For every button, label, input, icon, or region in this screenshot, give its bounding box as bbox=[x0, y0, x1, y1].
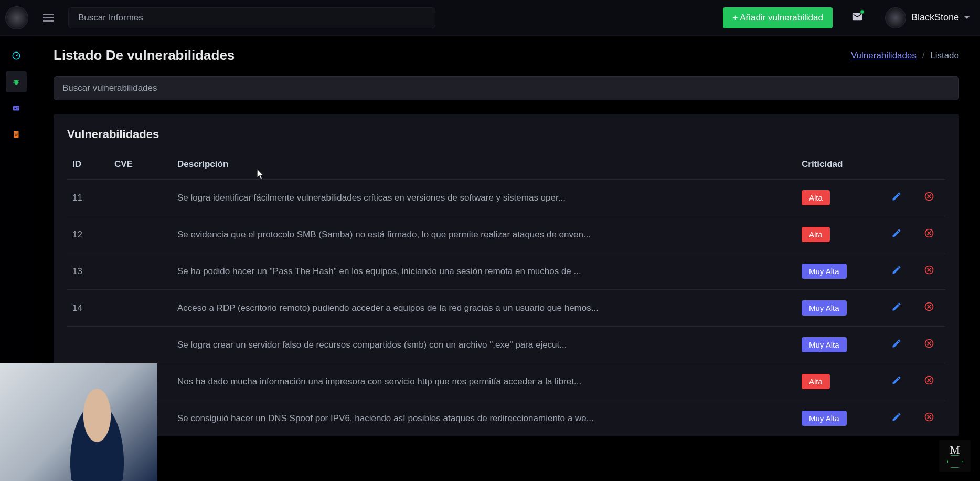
pencil-icon bbox=[891, 228, 902, 238]
delete-button[interactable] bbox=[924, 191, 934, 202]
topbar: + Añadir vulnerabilidad BlackStone bbox=[0, 0, 980, 36]
notification-dot bbox=[860, 9, 865, 14]
delete-button[interactable] bbox=[924, 338, 934, 349]
svg-rect-9 bbox=[17, 109, 19, 109]
edit-button[interactable] bbox=[891, 228, 902, 238]
pencil-icon bbox=[891, 265, 902, 275]
chevron-down-icon bbox=[964, 16, 970, 19]
svg-point-7 bbox=[14, 108, 16, 109]
cell-description: Nos ha dado mucha información una impres… bbox=[172, 363, 796, 400]
avatar bbox=[885, 7, 906, 28]
col-header-cve: CVE bbox=[109, 152, 172, 180]
criticality-badge: Alta bbox=[802, 190, 830, 205]
cell-description: Se ha podido hacer un "Pass The Hash" en… bbox=[172, 253, 796, 290]
table-row: 14Acceso a RDP (escritorio remoto) pudie… bbox=[67, 290, 945, 327]
app-logo bbox=[5, 6, 28, 29]
edit-button[interactable] bbox=[891, 375, 902, 385]
sidebar-item-dashboard[interactable] bbox=[6, 45, 27, 66]
delete-button[interactable] bbox=[924, 301, 934, 312]
cell-criticality: Muy Alta bbox=[796, 400, 880, 437]
breadcrumb-link-vulnerabilities[interactable]: Vulnerabilidades bbox=[851, 50, 917, 60]
criticality-badge: Muy Alta bbox=[802, 411, 847, 426]
criticality-badge: Alta bbox=[802, 374, 830, 389]
delete-button[interactable] bbox=[924, 375, 934, 385]
bug-icon bbox=[12, 77, 21, 87]
vulnerabilities-card: Vulnerabilidades ID CVE Descripción Crit… bbox=[54, 114, 959, 436]
criticality-badge: Alta bbox=[802, 227, 830, 242]
delete-button[interactable] bbox=[924, 412, 934, 422]
criticality-badge: Muy Alta bbox=[802, 264, 847, 279]
id-card-icon bbox=[12, 103, 21, 113]
pencil-icon bbox=[891, 301, 902, 312]
svg-point-1 bbox=[14, 80, 18, 85]
watermark-logo: M bbox=[939, 440, 971, 472]
sidebar-item-reports[interactable] bbox=[6, 98, 27, 119]
cell-criticality: Alta bbox=[796, 180, 880, 216]
svg-rect-8 bbox=[17, 108, 19, 108]
cell-id: 12 bbox=[67, 216, 109, 253]
sidebar-item-documents[interactable] bbox=[6, 124, 27, 145]
svg-line-4 bbox=[14, 80, 15, 81]
delete-button[interactable] bbox=[924, 265, 934, 275]
edit-button[interactable] bbox=[891, 191, 902, 202]
menu-toggle-button[interactable] bbox=[43, 14, 54, 22]
document-icon bbox=[12, 130, 21, 139]
filter-input[interactable] bbox=[54, 76, 959, 100]
cell-criticality: Muy Alta bbox=[796, 290, 880, 327]
table-row: 13Se ha podido hacer un "Pass The Hash" … bbox=[67, 253, 945, 290]
user-menu[interactable]: BlackStone bbox=[885, 7, 970, 28]
notifications-button[interactable] bbox=[851, 11, 863, 25]
close-circle-icon bbox=[924, 301, 934, 312]
close-circle-icon bbox=[924, 191, 934, 202]
cell-description: Acceso a RDP (escritorio remoto) pudiend… bbox=[172, 290, 796, 327]
page-title: Listado De vulnerabilidades bbox=[54, 47, 235, 64]
close-circle-icon bbox=[924, 375, 934, 385]
breadcrumb-current: Listado bbox=[930, 50, 959, 60]
cell-description: Se logra identificar fácilmente vulnerab… bbox=[172, 180, 796, 216]
cell-id: 11 bbox=[67, 180, 109, 216]
col-header-crit: Criticidad bbox=[796, 152, 880, 180]
cell-cve bbox=[109, 327, 172, 363]
cell-id bbox=[67, 327, 109, 363]
delete-button[interactable] bbox=[924, 228, 934, 238]
main-content: Listado De vulnerabilidades Vulnerabilid… bbox=[33, 36, 980, 481]
col-header-desc: Descripción bbox=[172, 152, 796, 180]
card-title: Vulnerabilidades bbox=[67, 128, 945, 141]
edit-button[interactable] bbox=[891, 412, 902, 422]
cell-cve bbox=[109, 253, 172, 290]
close-circle-icon bbox=[924, 228, 934, 238]
close-circle-icon bbox=[924, 265, 934, 275]
pencil-icon bbox=[891, 412, 902, 422]
cell-description: Se consiguió hacer un DNS Spoof por IPV6… bbox=[172, 400, 796, 437]
cell-cve bbox=[109, 290, 172, 327]
cell-criticality: Alta bbox=[796, 363, 880, 400]
edit-button[interactable] bbox=[891, 301, 902, 312]
pencil-icon bbox=[891, 191, 902, 202]
search-input[interactable] bbox=[68, 7, 435, 28]
criticality-badge: Muy Alta bbox=[802, 300, 847, 316]
cell-id: 14 bbox=[67, 290, 109, 327]
pencil-icon bbox=[891, 375, 902, 385]
close-circle-icon bbox=[924, 412, 934, 422]
mail-icon bbox=[851, 15, 863, 24]
vulnerabilities-table: ID CVE Descripción Criticidad 11Se logra… bbox=[67, 152, 945, 436]
svg-rect-6 bbox=[13, 106, 19, 111]
close-circle-icon bbox=[924, 338, 934, 349]
table-row: Nos ha dado mucha información una impres… bbox=[67, 363, 945, 400]
svg-rect-13 bbox=[15, 135, 17, 136]
cell-cve bbox=[109, 180, 172, 216]
table-row: 12Se evidencia que el protocolo SMB (Sam… bbox=[67, 216, 945, 253]
cell-description: Se logra crear un servidor falso de recu… bbox=[172, 327, 796, 363]
edit-button[interactable] bbox=[891, 265, 902, 275]
add-vulnerability-button[interactable]: + Añadir vulnerabilidad bbox=[723, 7, 832, 28]
svg-rect-12 bbox=[15, 134, 18, 134]
gauge-icon bbox=[12, 51, 21, 60]
table-row: 11Se logra identificar fácilmente vulner… bbox=[67, 180, 945, 216]
edit-button[interactable] bbox=[891, 338, 902, 349]
sidebar-item-bugs[interactable] bbox=[6, 71, 27, 92]
user-name-label: BlackStone bbox=[911, 12, 959, 23]
cell-criticality: Muy Alta bbox=[796, 253, 880, 290]
webcam-overlay bbox=[0, 363, 157, 481]
svg-line-5 bbox=[18, 80, 19, 81]
svg-rect-11 bbox=[15, 133, 18, 133]
